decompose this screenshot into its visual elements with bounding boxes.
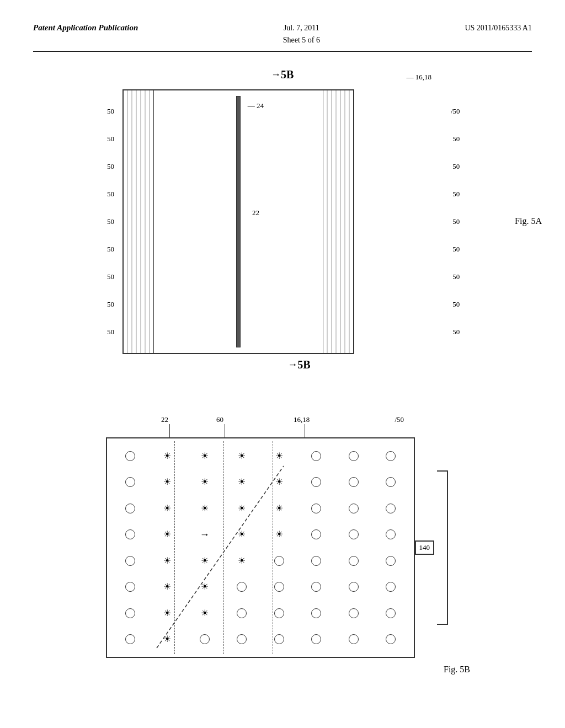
center-electrode [236,96,241,347]
label-50-r7: 50 [451,272,476,281]
cell-r4c3: → [186,521,223,548]
fig5b-arrow-bottom: → 5B [89,358,476,371]
cell-r7c2: ☀ [149,600,186,627]
cell-r3c2: ☀ [149,495,186,522]
cell-r8c8 [372,626,410,652]
cell-r8c7 [335,626,372,652]
cell-r2c4: ☀ [223,469,261,495]
cell-r3c5: ☀ [260,495,298,522]
cell-r5c4: ☀ [223,548,261,574]
panel-right [323,90,353,353]
label-50-r9: 50 [451,328,476,336]
cell-r6c8 [372,574,410,600]
dashed-line-3 [273,441,273,654]
left-labels-5a: 50 50 50 50 50 50 50 50 50 [89,89,114,354]
fig5b-arrow-top-label: → 5B [271,68,294,81]
cell-r3c3: ☀ [186,495,223,522]
cell-r2c2: ☀ [149,469,186,495]
label-140: 140 [415,540,435,555]
cell-r7c6 [298,600,335,627]
cell-r5c8 [372,548,410,574]
cell-r8c5 [260,626,298,652]
cell-r6c4 [223,574,261,600]
label-50-l2: 50 [89,135,114,143]
cell-r2c7 [335,469,372,495]
pub-date: Jul. 7, 2011 [284,24,319,32]
cell-r7c4 [223,600,261,627]
fig5b-wrapper: 22 60 16,18 /50 [62,415,503,658]
cell-r1c6 [298,443,335,469]
label-50-l7: 50 [89,272,114,281]
fig5a-diagram: 50 50 50 50 50 50 50 50 50 [89,89,476,354]
label-5b-bottom: 5B [297,358,310,371]
cell-r1c1 [111,443,149,469]
dashed-line-2 [223,441,224,654]
cell-r1c8 [372,443,410,469]
label-50-l9: 50 [89,328,114,336]
cell-r5c5 [260,548,298,574]
cell-r7c5 [260,600,298,627]
cell-r1c4: ☀ [223,443,261,469]
leader-22 [169,424,170,437]
label-50-l8: 50 [89,300,114,309]
label-24: — 24 [248,101,264,110]
cell-r4c8 [372,521,410,548]
cell-r7c8 [372,600,410,627]
page: Patent Application Publication Jul. 7, 2… [0,0,565,728]
label-22-5b: 22 [161,415,168,424]
cell-r2c3: ☀ [186,469,223,495]
cell-r2c8 [372,469,410,495]
label-60-5b: 60 [216,415,223,424]
label-50-l4: 50 [89,190,114,199]
cell-r7c1 [111,600,149,627]
cell-r3c4: ☀ [223,495,261,522]
cell-r5c1 [111,548,149,574]
cell-r8c1 [111,626,149,652]
cell-r4c2: ☀ [149,521,186,548]
cell-r6c5 [260,574,298,600]
label-50-r2: 50 [451,135,476,143]
cell-r5c6 [298,548,335,574]
cell-r8c4 [223,626,261,652]
cell-r6c7 [335,574,372,600]
label-50-l3: 50 [89,162,114,171]
cell-r8c6 [298,626,335,652]
label-50-r1: /50 [451,107,476,116]
cell-r8c3 [186,626,223,652]
fig5a-label: Fig. 5A [515,216,542,226]
dashed-line-1 [174,441,175,654]
label-50-r6: 50 [451,245,476,254]
label-50-l5: 50 [89,217,114,226]
cell-r2c1 [111,469,149,495]
cell-r1c3: ☀ [186,443,223,469]
fig5b-ref-labels: 22 60 16,18 /50 [106,415,415,437]
panel-left [124,90,154,353]
cell-r3c8 [372,495,410,522]
cell-r6c6 [298,574,335,600]
cell-r4c5: ☀ [260,521,298,548]
header: Patent Application Publication Jul. 7, 2… [33,22,532,52]
publication-title: Patent Application Publication [33,23,138,32]
label-5b-top: 5B [281,68,294,81]
fig5b-main: ☀ ☀ ☀ ☀ ☀ ☀ ☀ ☀ [62,437,503,658]
symbol-grid: ☀ ☀ ☀ ☀ ☀ ☀ ☀ ☀ [107,438,414,657]
cell-r4c1 [111,521,149,548]
cell-r4c7 [335,521,372,548]
cell-r6c2: ☀ [149,574,186,600]
label-1618-5b: 16,18 [294,415,310,424]
cell-r8c2: ☀ [149,626,186,652]
leader-1618 [305,424,305,437]
arrow-right-bottom-icon: → [287,359,297,371]
cell-r3c1 [111,495,149,522]
bracket-140 [437,470,448,625]
cell-r5c2: ☀ [149,548,186,574]
cell-r6c3: ☀ [186,574,223,600]
cell-r3c7 [335,495,372,522]
header-center: Jul. 7, 2011 Sheet 5 of 6 [283,22,320,47]
cell-r5c7 [335,548,372,574]
cell-r7c3: ☀ [186,600,223,627]
cell-r4c4: ☀ [223,521,261,548]
label-50-r4: 50 [451,190,476,199]
fig5b-title: Fig. 5B [444,665,470,675]
rect-5b: ☀ ☀ ☀ ☀ ☀ ☀ ☀ ☀ [106,437,415,658]
